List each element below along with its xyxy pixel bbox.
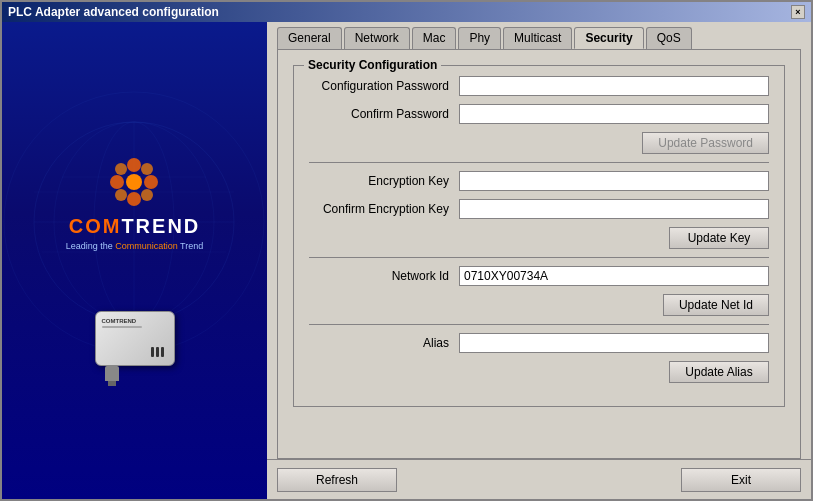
tab-security[interactable]: Security: [574, 27, 643, 49]
network-id-input[interactable]: [459, 266, 769, 286]
brand-name: COMTREND: [69, 215, 201, 238]
tab-multicast[interactable]: Multicast: [503, 27, 572, 49]
update-alias-row: Update Alias: [309, 361, 769, 383]
svg-point-17: [141, 189, 153, 201]
update-key-button[interactable]: Update Key: [669, 227, 769, 249]
main-panel: Security Configuration Configuration Pas…: [277, 49, 801, 459]
close-button[interactable]: ×: [791, 5, 805, 19]
content-area: General Network Mac Phy Multicast Securi…: [267, 22, 811, 499]
device-image: COMTREND: [95, 311, 175, 366]
update-password-row: Update Password: [309, 132, 769, 154]
update-net-id-row: Update Net Id: [309, 294, 769, 316]
alias-input[interactable]: [459, 333, 769, 353]
tab-network[interactable]: Network: [344, 27, 410, 49]
svg-point-16: [115, 189, 127, 201]
network-id-row: Network Id: [309, 266, 769, 286]
svg-point-13: [144, 175, 158, 189]
logo-area: COMTREND Leading the Communication Trend: [66, 155, 204, 251]
window-title: PLC Adapter advanced configuration: [8, 5, 219, 19]
config-password-input[interactable]: [459, 76, 769, 96]
divider-2: [309, 257, 769, 258]
title-bar: PLC Adapter advanced configuration ×: [2, 2, 811, 22]
update-key-row: Update Key: [309, 227, 769, 249]
tab-mac[interactable]: Mac: [412, 27, 457, 49]
network-id-label: Network Id: [309, 269, 459, 283]
config-password-label: Configuration Password: [309, 79, 459, 93]
alias-row: Alias: [309, 333, 769, 353]
confirm-password-label: Confirm Password: [309, 107, 459, 121]
svg-point-14: [115, 163, 127, 175]
security-config-group: Security Configuration Configuration Pas…: [293, 65, 785, 407]
svg-point-9: [126, 174, 142, 190]
svg-point-15: [141, 163, 153, 175]
divider-1: [309, 162, 769, 163]
brand-icon: [107, 155, 162, 210]
tab-phy[interactable]: Phy: [458, 27, 501, 49]
confirm-encryption-key-row: Confirm Encryption Key: [309, 199, 769, 219]
encryption-key-input[interactable]: [459, 171, 769, 191]
brand-tagline: Leading the Communication Trend: [66, 241, 204, 251]
security-config-legend: Security Configuration: [304, 58, 441, 72]
sidebar: COMTREND Leading the Communication Trend…: [2, 22, 267, 499]
window-body: COMTREND Leading the Communication Trend…: [2, 22, 811, 499]
svg-point-11: [127, 192, 141, 206]
update-alias-button[interactable]: Update Alias: [669, 361, 769, 383]
confirm-encryption-key-input[interactable]: [459, 199, 769, 219]
alias-label: Alias: [309, 336, 459, 350]
confirm-encryption-key-label: Confirm Encryption Key: [309, 202, 459, 216]
update-net-id-button[interactable]: Update Net Id: [663, 294, 769, 316]
tab-general[interactable]: General: [277, 27, 342, 49]
title-bar-buttons: ×: [791, 5, 805, 19]
bottom-bar: Refresh Exit: [267, 459, 811, 499]
svg-point-10: [127, 158, 141, 172]
update-password-button[interactable]: Update Password: [642, 132, 769, 154]
confirm-password-row: Confirm Password: [309, 104, 769, 124]
main-window: PLC Adapter advanced configuration ×: [0, 0, 813, 501]
encryption-key-row: Encryption Key: [309, 171, 769, 191]
confirm-password-input[interactable]: [459, 104, 769, 124]
encryption-key-label: Encryption Key: [309, 174, 459, 188]
tab-strip: General Network Mac Phy Multicast Securi…: [267, 22, 811, 49]
refresh-button[interactable]: Refresh: [277, 468, 397, 492]
exit-button[interactable]: Exit: [681, 468, 801, 492]
tab-qos[interactable]: QoS: [646, 27, 692, 49]
config-password-row: Configuration Password: [309, 76, 769, 96]
svg-point-12: [110, 175, 124, 189]
divider-3: [309, 324, 769, 325]
